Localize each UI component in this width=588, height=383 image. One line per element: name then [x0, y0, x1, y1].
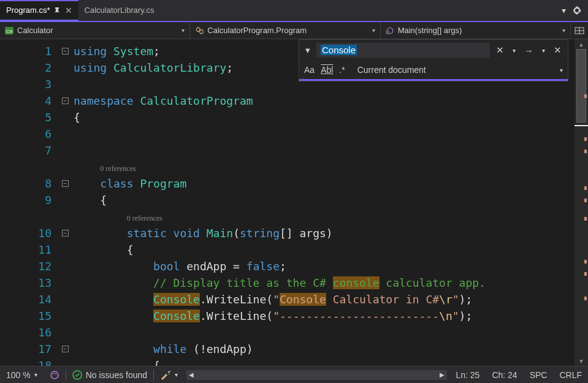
- match-case-icon[interactable]: Aa: [304, 65, 315, 75]
- find-value: Console: [321, 45, 357, 55]
- resize-handle-icon[interactable]: ⋰: [299, 77, 304, 82]
- tab-label: Program.cs*: [6, 6, 50, 15]
- nav-member[interactable]: Main(string[] args) ▾: [381, 22, 571, 39]
- svg-point-8: [168, 371, 169, 373]
- nav-label: CalculatorProgram.Program: [207, 26, 307, 35]
- find-mark: [584, 186, 587, 190]
- find-mark: [584, 94, 587, 98]
- chevron-down-icon: ▾: [562, 27, 565, 34]
- fold-column[interactable]: −−−−−: [56, 39, 74, 366]
- find-mark: [584, 260, 587, 264]
- tab-active[interactable]: Program.cs* ✕: [0, 0, 78, 21]
- scroll-down-icon[interactable]: ▼: [575, 356, 588, 366]
- chevron-down-icon: ▾: [175, 371, 178, 378]
- check-icon: [72, 370, 82, 380]
- cursor-char[interactable]: Ch: 24: [486, 370, 523, 380]
- breadcrumb-bar: C# Calculator ▾ CalculatorProgram.Progra…: [0, 21, 588, 39]
- chevron-down-icon[interactable]: ▾: [562, 6, 566, 15]
- svg-point-10: [169, 373, 170, 374]
- tab-inactive[interactable]: CalculatorLibrary.cs: [78, 0, 161, 21]
- code-editor[interactable]: 1234567 89 10111213141516171819 −−−−− us…: [0, 39, 588, 366]
- find-mark: [584, 137, 587, 141]
- indent-mode[interactable]: SPC: [524, 370, 554, 380]
- split-editor-icon[interactable]: [571, 26, 588, 36]
- code-area[interactable]: using System;using CalculatorLibrary; na…: [74, 39, 575, 366]
- tab-label: CalculatorLibrary.cs: [85, 6, 155, 15]
- nav-label: Main(string[] args): [398, 26, 462, 35]
- match-word-icon[interactable]: Abl: [321, 65, 333, 75]
- chevron-down-icon[interactable]: ▾: [540, 47, 548, 54]
- class-icon: [195, 26, 204, 35]
- chevron-down-icon[interactable]: ▾: [510, 47, 518, 54]
- vertical-scrollbar[interactable]: ▲ ▼: [575, 39, 588, 366]
- regex-icon[interactable]: .*: [339, 65, 345, 75]
- cursor-line[interactable]: Ln: 25: [449, 370, 486, 380]
- expand-find-icon[interactable]: ▾: [303, 45, 313, 56]
- horizontal-scrollbar[interactable]: ◀ ▶: [186, 370, 447, 380]
- nav-class[interactable]: CalculatorProgram.Program ▾: [190, 22, 380, 39]
- close-icon[interactable]: ✕: [494, 45, 506, 56]
- find-underline: [299, 79, 568, 81]
- screwdriver-icon[interactable]: ▾: [154, 370, 184, 380]
- find-mark: [584, 217, 587, 221]
- chevron-down-icon: ▾: [181, 27, 185, 34]
- scroll-right-icon[interactable]: ▶: [440, 371, 445, 378]
- scroll-up-icon[interactable]: ▲: [575, 39, 588, 49]
- chevron-down-icon: ▾: [34, 371, 37, 378]
- find-mark: [584, 150, 587, 153]
- svg-text:C#: C#: [6, 28, 13, 34]
- caret-indicator: [575, 125, 588, 126]
- find-input[interactable]: Console: [316, 43, 490, 58]
- chevron-down-icon: ▾: [372, 27, 375, 34]
- find-mark: [584, 297, 587, 300]
- zoom-level[interactable]: 100 % ▾: [0, 370, 44, 380]
- svg-point-6: [51, 371, 58, 379]
- status-bar: 100 % ▾ No issues found ▾ ◀ ▶ Ln: 25 Ch:…: [0, 366, 588, 383]
- scroll-left-icon[interactable]: ◀: [189, 371, 194, 378]
- issues-status[interactable]: No issues found: [66, 370, 153, 380]
- nav-label: Calculator: [17, 26, 53, 35]
- close-panel-icon[interactable]: ✕: [551, 45, 564, 56]
- chevron-down-icon[interactable]: ▾: [560, 67, 563, 74]
- method-icon: [386, 26, 394, 35]
- close-icon[interactable]: ✕: [65, 6, 72, 15]
- intellicode-icon[interactable]: [44, 370, 66, 380]
- gear-icon[interactable]: [572, 6, 582, 15]
- find-next-icon[interactable]: →: [522, 45, 536, 56]
- svg-point-9: [169, 371, 170, 372]
- line-ending[interactable]: CRLF: [553, 370, 588, 380]
- line-numbers: 1234567 89 10111213141516171819: [0, 39, 56, 366]
- scrollbar-thumb[interactable]: [576, 49, 586, 123]
- find-panel: ▾ Console ✕ ▾ → ▾ ✕ Aa Abl .* Current do…: [299, 39, 568, 82]
- pin-icon[interactable]: [54, 7, 61, 14]
- find-scope[interactable]: Current document: [357, 65, 554, 75]
- tab-bar: Program.cs* ✕ CalculatorLibrary.cs ▾: [0, 0, 588, 21]
- find-mark: [584, 272, 587, 276]
- nav-project[interactable]: C# Calculator ▾: [0, 22, 190, 39]
- find-mark: [584, 199, 587, 202]
- csharp-icon: C#: [5, 26, 13, 35]
